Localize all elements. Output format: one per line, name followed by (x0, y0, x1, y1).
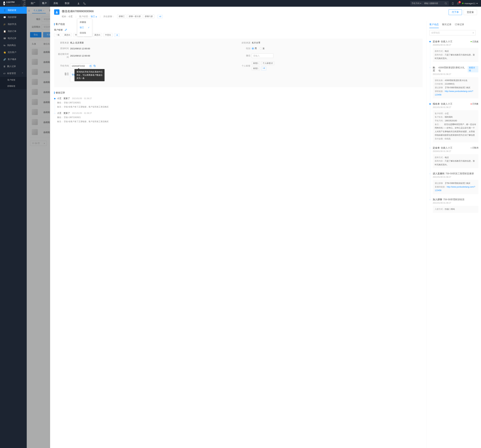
svg-point-1 (445, 2, 446, 4)
online-dot-icon (462, 3, 464, 4)
user-menu[interactable]: manager11 ▾ (462, 2, 478, 5)
top-nav-item[interactable]: 客户 (39, 0, 49, 7)
svg-point-0 (78, 2, 79, 3)
chevron-down-icon: ▾ (476, 2, 478, 5)
top-nav-item[interactable]: 数据 (62, 0, 72, 7)
top-header: ☁ 云朵CRM www.yunduocrm.com 教育机构一站 式服务云平台 … (0, 0, 481, 7)
search-group: 手机号码 ▾ (410, 1, 449, 6)
logo-subtitle: 教育机构一站 式服务云平台 (21, 0, 27, 7)
top-nav-item[interactable]: 质检 (51, 0, 61, 7)
cloud-icon: ☁ (3, 1, 5, 5)
phone-icon[interactable] (83, 2, 86, 5)
svg-rect-2 (452, 2, 453, 5)
chevron-down-icon: ▾ (420, 2, 421, 5)
top-nav: 推广客户质检数据 (28, 0, 72, 7)
logo: ☁ 云朵CRM www.yunduocrm.com 教育机构一站 式服务云平台 (0, 0, 27, 7)
search-type-select[interactable]: 手机号码 ▾ (410, 2, 423, 5)
badge-count: 5 (458, 1, 461, 3)
logo-text: 云朵CRM (6, 1, 15, 3)
search-input[interactable] (423, 2, 443, 5)
top-nav-item[interactable]: 推广 (28, 0, 38, 7)
bell-icon[interactable]: 5 (457, 2, 459, 5)
search-icon[interactable] (443, 2, 449, 5)
person-icon[interactable] (77, 2, 80, 5)
mobile-icon[interactable] (451, 2, 454, 5)
